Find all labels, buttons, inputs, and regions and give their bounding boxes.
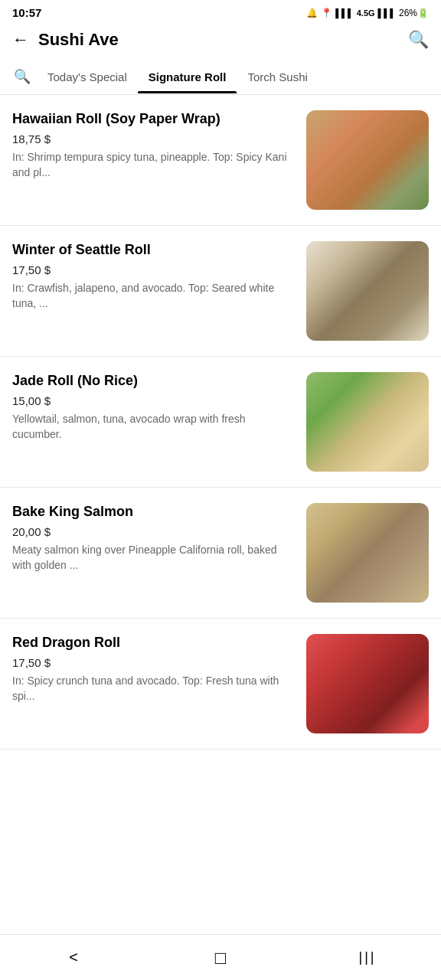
signal-icon: ▌▌▌ [335,8,353,18]
nav-back-button[interactable]: < [51,942,96,973]
tab-signature-roll[interactable]: Signature Roll [138,61,237,93]
menu-item-name: Hawaiian Roll (Soy Paper Wrap) [12,110,294,128]
menu-item-info: Bake King Salmon 20,00 $ Meaty salmon ki… [12,503,294,573]
menu-list: Hawaiian Roll (Soy Paper Wrap) 18,75 $ I… [0,95,441,750]
menu-item-desc: In: Spicy crunch tuna and avocado. Top: … [12,674,294,704]
page-title: Sushi Ave [38,30,119,50]
status-bar: 10:57 🔔 📍 ▌▌▌ 4.5G ▌▌▌ 26%🔋 [0,0,441,22]
nav-home-button[interactable]: □ [198,942,243,973]
nav-recents-button[interactable]: ||| [345,942,390,973]
menu-item-image [306,503,429,603]
signal-icon-2: ▌▌▌ [378,8,396,18]
bottom-nav: < □ ||| [0,934,441,980]
back-button[interactable]: ← [12,30,29,50]
menu-item-name: Bake King Salmon [12,503,294,521]
menu-item-image [306,372,429,472]
menu-item-price: 18,75 $ [12,132,294,145]
search-button[interactable]: 🔍 [408,30,429,50]
menu-item[interactable]: Winter of Seattle Roll 17,50 $ In: Crawf… [0,226,441,357]
status-icons: 🔔 📍 ▌▌▌ 4.5G ▌▌▌ 26%🔋 [306,8,429,18]
menu-item-desc: In: Crawfish, jalapeno, and avocado. Top… [12,281,294,311]
menu-item-price: 15,00 $ [12,394,294,407]
menu-item-desc: Meaty salmon king over Pineapple Califor… [12,543,294,573]
menu-item-desc: Yellowtail, salmon, tuna, avocado wrap w… [12,412,294,442]
tab-todays-special[interactable]: Today's Special [37,61,138,93]
menu-item-info: Red Dragon Roll 17,50 $ In: Spicy crunch… [12,634,294,704]
menu-item[interactable]: Hawaiian Roll (Soy Paper Wrap) 18,75 $ I… [0,95,441,226]
menu-item-name: Jade Roll (No Rice) [12,372,294,390]
menu-item-image [306,110,429,210]
network-icon: 4.5G [357,8,375,18]
menu-item-desc: In: Shrimp tempura spicy tuna, pineapple… [12,150,294,180]
menu-item[interactable]: Red Dragon Roll 17,50 $ In: Spicy crunch… [0,619,441,750]
content-wrapper: Hawaiian Roll (Soy Paper Wrap) 18,75 $ I… [0,95,441,803]
menu-item-info: Hawaiian Roll (Soy Paper Wrap) 18,75 $ I… [12,110,294,181]
location-icon: 📍 [321,8,332,18]
menu-item-price: 17,50 $ [12,263,294,276]
menu-item[interactable]: Bake King Salmon 20,00 $ Meaty salmon ki… [0,488,441,619]
tab-search-icon[interactable]: 🔍 [8,59,37,94]
tab-bar: 🔍 Today's Special Signature Roll Torch S… [0,59,441,95]
menu-item-info: Jade Roll (No Rice) 15,00 $ Yellowtail, … [12,372,294,443]
header: ← Sushi Ave 🔍 [0,22,441,59]
header-left: ← Sushi Ave [12,30,119,50]
menu-item[interactable]: Jade Roll (No Rice) 15,00 $ Yellowtail, … [0,357,441,488]
menu-item-price: 20,00 $ [12,525,294,538]
tab-torch-sushi[interactable]: Torch Sushi [237,61,318,93]
menu-item-image [306,634,429,733]
menu-item-info: Winter of Seattle Roll 17,50 $ In: Crawf… [12,241,294,312]
menu-item-price: 17,50 $ [12,656,294,669]
status-time: 10:57 [12,6,41,19]
alarm-icon: 🔔 [306,8,318,18]
menu-item-image [306,241,429,341]
menu-item-name: Red Dragon Roll [12,634,294,652]
battery-label: 26%🔋 [399,8,429,18]
menu-item-name: Winter of Seattle Roll [12,241,294,259]
